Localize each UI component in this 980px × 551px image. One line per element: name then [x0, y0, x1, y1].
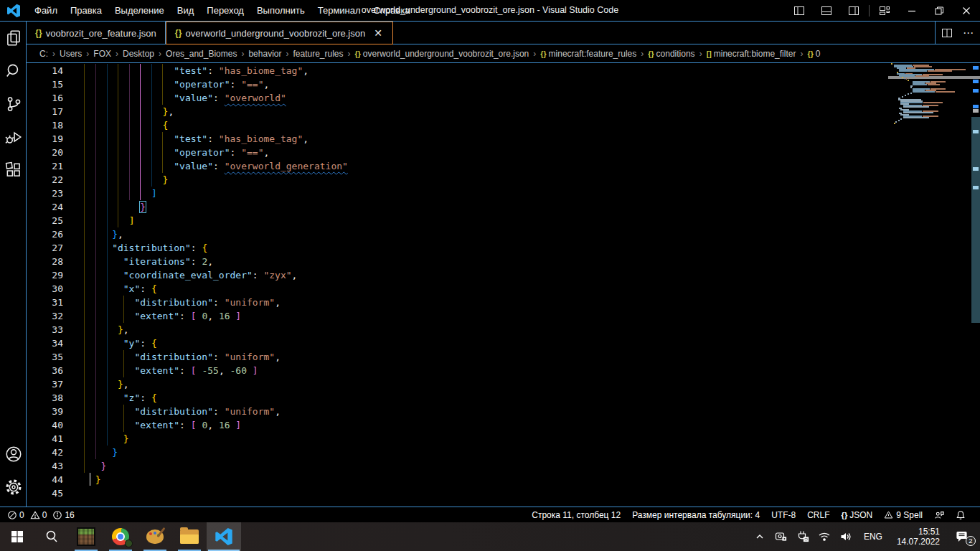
tray-chevron-up-icon[interactable] [750, 522, 769, 551]
line-text: "extent": [ -55, -60 ] [63, 364, 258, 377]
line-number: 32 [27, 309, 63, 323]
editor-tab[interactable]: { }voobrozit_ore_feature.json [27, 22, 166, 44]
line-number: 19 [27, 132, 63, 146]
toggle-panel-icon[interactable] [813, 0, 840, 22]
line-number: 21 [27, 159, 63, 173]
tray-power-plug-icon[interactable] [793, 522, 812, 551]
line-text: "distribution": { [63, 241, 207, 255]
line-text: "y": { [63, 336, 157, 350]
tray-language-indicator[interactable]: ENG [858, 532, 888, 542]
breadcrumb-item[interactable]: { }minecraft:feature_rules [540, 49, 636, 59]
taskbar-minecraft-icon[interactable] [69, 522, 103, 551]
spell-checker-status[interactable]: 9 Spell [878, 507, 928, 523]
explorer-icon[interactable] [0, 22, 27, 55]
breadcrumb-item[interactable]: [ ]minecraft:biome_filter [707, 49, 796, 59]
editor-tab[interactable]: { }overworld_underground_voobrozit_ore.j… [166, 22, 394, 44]
code-line: 45 [27, 486, 859, 500]
infos-icon [52, 510, 62, 520]
split-editor-icon[interactable] [941, 27, 953, 39]
eol-sequence[interactable]: CRLF [801, 507, 835, 523]
breadcrumb-item[interactable]: Desktop [123, 49, 154, 59]
notification-center-icon[interactable]: 2 [948, 522, 977, 551]
code-line: 17 }, [27, 105, 859, 118]
settings-gear-icon[interactable] [0, 471, 27, 504]
line-text: } [63, 432, 129, 446]
line-text: } [63, 200, 146, 214]
indentation-setting[interactable]: Размер интервала табуляции: 4 [626, 507, 765, 523]
breadcrumb-item[interactable]: behavior [248, 49, 281, 59]
taskbar-paint-icon[interactable] [138, 522, 172, 551]
line-text: }, [63, 227, 123, 241]
notifications-bell-icon[interactable] [950, 507, 971, 523]
source-control-icon[interactable] [0, 88, 27, 121]
breadcrumb-item[interactable]: feature_rules [293, 49, 343, 59]
tray-clock[interactable]: 15:51 14.07.2022 [891, 527, 946, 547]
code-line: 18 { [27, 118, 859, 132]
line-number: 34 [27, 336, 63, 350]
taskbar-chrome-icon[interactable] [103, 522, 138, 551]
extensions-icon[interactable] [0, 154, 27, 187]
menu-item-выполнить[interactable]: Выполнить [250, 0, 311, 22]
run-debug-icon[interactable] [0, 121, 27, 154]
cursor-position[interactable]: Строка 11, столбец 12 [526, 507, 626, 523]
ruler-info-marker [973, 66, 979, 70]
menu-item-правка[interactable]: Правка [64, 0, 108, 22]
scrollbar-track[interactable] [971, 63, 980, 507]
minimap[interactable] [888, 63, 971, 507]
taskbar-explorer-icon[interactable] [172, 522, 207, 551]
problems-summary[interactable]: 0 0 16 [0, 510, 75, 520]
menu-item-переход[interactable]: Переход [200, 0, 250, 22]
breadcrumb-item[interactable]: FOX [93, 49, 111, 59]
breadcrumb-item[interactable]: Users [60, 49, 82, 59]
minimize-button[interactable] [898, 0, 925, 22]
line-text: "test": "has_biome_tag", [63, 64, 308, 77]
breadcrumb-item[interactable]: { }conditions [648, 49, 694, 59]
menu-item-справка[interactable]: Справка [367, 0, 417, 22]
code-line: 16 "value": "overworld" [27, 91, 859, 105]
tray-volume-icon[interactable] [837, 522, 855, 551]
menu-item-терминал[interactable]: Терминал [311, 0, 367, 22]
code-line: 43 } [27, 459, 859, 473]
search-icon[interactable] [0, 55, 27, 88]
toggle-sidebar-icon[interactable] [786, 0, 813, 22]
line-number: 31 [27, 296, 63, 309]
scrollbar-thumb[interactable] [971, 117, 980, 323]
line-number: 29 [27, 268, 63, 282]
code-line: 24 } [27, 200, 859, 214]
feedback-icon[interactable] [928, 507, 950, 523]
code-line: 34 "y": { [27, 336, 859, 350]
ruler-info-marker [973, 130, 979, 133]
line-text: }, [63, 377, 129, 391]
errors-icon [7, 510, 17, 520]
menu-item-выделение[interactable]: Выделение [108, 0, 171, 22]
tray-meet-now-icon[interactable] [772, 522, 791, 551]
customize-layout-icon[interactable] [871, 0, 898, 22]
breadcrumb-item[interactable]: { }overworld_underground_voobrozit_ore.j… [355, 49, 529, 59]
line-number: 25 [27, 214, 63, 227]
object-symbol-icon: { } [540, 50, 545, 58]
close-window-button[interactable] [953, 0, 980, 22]
breadcrumb-item[interactable]: C: [39, 49, 48, 59]
breadcrumb-item[interactable]: { }0 [807, 49, 820, 59]
menu-item-файл[interactable]: Файл [28, 0, 64, 22]
language-mode[interactable]: { } JSON [836, 507, 879, 523]
close-tab-icon[interactable]: ✕ [372, 27, 384, 39]
taskbar-vscode-icon[interactable] [207, 522, 241, 551]
json-file-icon: { } [35, 28, 42, 38]
tray-wifi-icon[interactable] [815, 522, 834, 551]
warnings-count: 0 [42, 510, 47, 520]
more-actions-icon[interactable]: ⋯ [963, 27, 974, 39]
code-line: 39 "distribution": "uniform", [27, 405, 859, 418]
accounts-icon[interactable] [0, 438, 27, 471]
code-editor[interactable]: 14 "test": "has_biome_tag",15 "operator"… [27, 63, 980, 507]
menu-item-вид[interactable]: Вид [171, 0, 201, 22]
line-text: "value": "overworld_generation" [63, 159, 348, 173]
start-button[interactable] [0, 522, 34, 551]
breadcrumb-item[interactable]: Ores_and_Biomes [166, 49, 237, 59]
toggle-secondary-sidebar-icon[interactable] [840, 0, 867, 22]
taskbar-search-icon[interactable] [34, 522, 69, 551]
restore-button[interactable] [925, 0, 953, 22]
line-number: 45 [27, 486, 63, 500]
encoding[interactable]: UTF-8 [765, 507, 801, 523]
ruler-info-marker [973, 80, 979, 83]
